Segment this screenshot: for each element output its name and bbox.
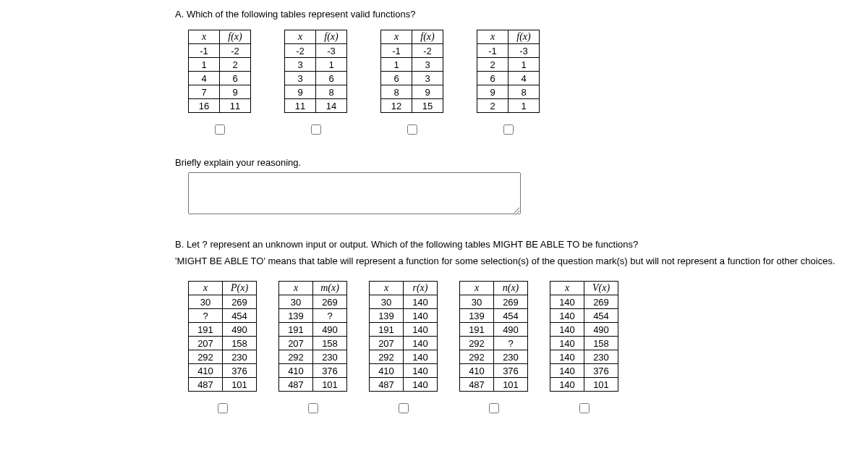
function-table: xm(x)30269139?19149020715829223041037648… — [278, 281, 347, 392]
cell: 139 — [370, 309, 404, 323]
col-header-fx: r(x) — [404, 282, 438, 295]
cell: 292 — [460, 337, 494, 350]
function-table: xP(x)30269?45419149020715829223041037648… — [188, 281, 257, 392]
cell: 376 — [313, 364, 347, 378]
col-header-x: x — [189, 30, 220, 44]
partB-checkbox-4[interactable] — [579, 403, 590, 413]
col-header-fx: f(x) — [412, 30, 443, 44]
table-row: 292230 — [279, 350, 347, 364]
partA-checkbox-0[interactable] — [215, 125, 225, 135]
cell: 140 — [550, 364, 584, 378]
col-header-fx: P(x) — [223, 282, 257, 295]
table-row: 30140 — [370, 295, 438, 309]
cell: 410 — [189, 364, 223, 378]
cell: 191 — [189, 323, 223, 337]
function-table: xf(x)-1-21363891215 — [380, 30, 443, 113]
table-row: 292230 — [189, 350, 257, 364]
table-row: 13 — [381, 58, 443, 72]
table-row: -1-2 — [189, 44, 251, 58]
partA-prompt: A. Which of the following tables represe… — [175, 9, 868, 20]
table-row: 487101 — [189, 378, 257, 392]
cell: 30 — [189, 295, 223, 309]
cell: 376 — [494, 364, 528, 378]
partA-checkbox-1[interactable] — [311, 125, 321, 135]
partA-table-3: xf(x)-1-321649821 — [477, 30, 540, 137]
partB-table-2: xr(x)30140139140191140207140292140410140… — [369, 281, 438, 416]
col-header-fx: f(x) — [220, 30, 251, 44]
cell: 30 — [279, 295, 313, 309]
cell: 140 — [550, 295, 584, 309]
table-row: 207158 — [189, 337, 257, 350]
cell: 292 — [189, 350, 223, 364]
explain-label: Briefly explain your reasoning. — [175, 157, 868, 168]
cell: 191 — [370, 323, 404, 337]
table-row: 98 — [477, 85, 540, 99]
cell: 30 — [370, 295, 404, 309]
cell: 9 — [285, 85, 316, 99]
partB-checkbox-3[interactable] — [489, 403, 499, 413]
function-table: xV(x)14026914045414049014015814023014037… — [550, 281, 618, 392]
reasoning-input[interactable] — [188, 172, 521, 214]
cell: 140 — [404, 378, 438, 392]
table-row: 140158 — [550, 337, 618, 350]
cell: -2 — [412, 44, 443, 58]
cell: 6 — [381, 72, 412, 85]
cell: 8 — [316, 85, 347, 99]
table-row: 139454 — [460, 309, 528, 323]
table-row: 36 — [285, 72, 347, 85]
cell: 454 — [223, 309, 257, 323]
table-row: 140269 — [550, 295, 618, 309]
table-row: 487140 — [370, 378, 438, 392]
partB-table-4: xV(x)14026914045414049014015814023014037… — [550, 281, 618, 416]
cell: 487 — [189, 378, 223, 392]
table-row: 191490 — [460, 323, 528, 337]
partB-checkbox-2[interactable] — [399, 403, 409, 413]
table-row: 30269 — [189, 295, 257, 309]
cell: 15 — [412, 99, 443, 113]
partA-table-1: xf(x)-2-33136981114 — [284, 30, 347, 137]
cell: 269 — [584, 295, 618, 309]
cell: 191 — [460, 323, 494, 337]
table-row: 207158 — [279, 337, 347, 350]
partB-table-3: xn(x)30269139454191490292?29223041037648… — [459, 281, 528, 416]
partB-checkbox-1[interactable] — [308, 403, 318, 413]
table-row: 140230 — [550, 350, 618, 364]
cell: ? — [313, 309, 347, 323]
cell: 140 — [550, 323, 584, 337]
col-header-x: x — [477, 30, 509, 44]
col-header-fx: f(x) — [509, 30, 540, 44]
table-row: 207140 — [370, 337, 438, 350]
col-header-x: x — [285, 30, 316, 44]
col-header-x: x — [370, 282, 404, 295]
col-header-x: x — [381, 30, 412, 44]
cell: 1 — [509, 99, 540, 113]
partA-checkbox-3[interactable] — [503, 125, 514, 135]
table-row: 21 — [477, 58, 540, 72]
cell: 6 — [316, 72, 347, 85]
cell: 1 — [509, 58, 540, 72]
table-row: 410376 — [279, 364, 347, 378]
table-row: 139140 — [370, 309, 438, 323]
cell: -1 — [189, 44, 220, 58]
partB-checkbox-0[interactable] — [218, 403, 228, 413]
cell: -1 — [381, 44, 412, 58]
cell: 1 — [381, 58, 412, 72]
cell: 2 — [220, 58, 251, 72]
table-row: 1215 — [381, 99, 443, 113]
cell: 8 — [381, 85, 412, 99]
cell: 140 — [404, 323, 438, 337]
cell: 2 — [477, 99, 509, 113]
partA-checkbox-2[interactable] — [407, 125, 417, 135]
table-row: 487101 — [460, 378, 528, 392]
function-table: xf(x)-2-33136981114 — [284, 30, 347, 113]
cell: 376 — [223, 364, 257, 378]
cell: 158 — [223, 337, 257, 350]
cell: 140 — [550, 378, 584, 392]
cell: 6 — [220, 72, 251, 85]
cell: 9 — [220, 85, 251, 99]
cell: 230 — [313, 350, 347, 364]
cell: 1 — [189, 58, 220, 72]
cell: 4 — [189, 72, 220, 85]
cell: 292 — [279, 350, 313, 364]
col-header-fx: f(x) — [316, 30, 347, 44]
